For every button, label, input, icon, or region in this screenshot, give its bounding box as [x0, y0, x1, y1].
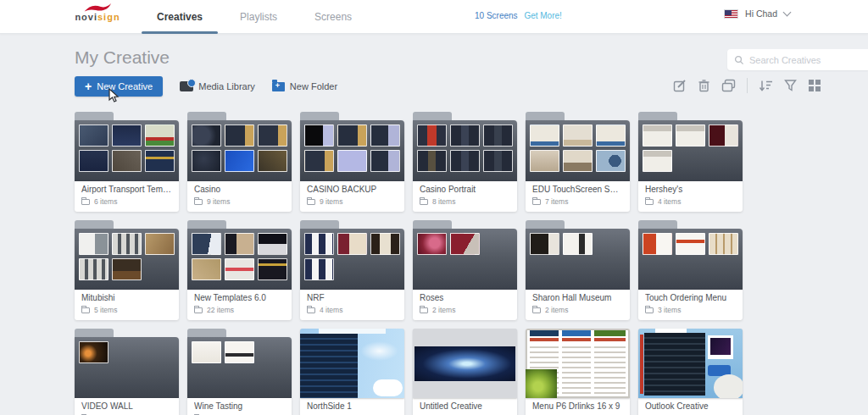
duplicate-icon[interactable] [721, 79, 736, 92]
folder-card[interactable]: Wine Tasting2 items [187, 329, 292, 415]
folder-preview [413, 229, 517, 290]
folder-card[interactable]: EDU TouchScreen Sabih7 items [526, 112, 630, 212]
creative-toolbar [673, 78, 821, 93]
card-footer: Hershey's4 items [638, 181, 743, 212]
folder-card[interactable]: New Templates 6.022 items [187, 220, 292, 320]
card-name: Touch Ordering Menu [645, 293, 736, 302]
thumbnail [145, 233, 175, 255]
thumbnail [530, 233, 559, 255]
folder-tab [526, 220, 565, 229]
tab-screens[interactable]: Screens [296, 0, 370, 34]
folder-icon [420, 307, 428, 313]
get-more-link[interactable]: Get More! [524, 11, 561, 20]
folder-tab [75, 220, 114, 229]
folder-tab [187, 112, 226, 120]
card-footer: NorthSide 116 : 9Mar 26 [300, 398, 404, 415]
folder-card[interactable]: Touch Ordering Menu3 items [638, 220, 743, 320]
thumbnail [530, 125, 559, 147]
thumbnail [643, 233, 672, 255]
folder-card[interactable]: NRF4 items [300, 220, 404, 320]
edit-icon[interactable] [673, 79, 687, 92]
folder-icon [307, 199, 315, 205]
card-footer: Menu P6 Drlinks 16 x 916 : 9Mar 1 [526, 398, 630, 415]
thumbnail [225, 341, 254, 363]
creative-card[interactable]: Outlook Creative4 : 3Feb 18 [638, 329, 743, 415]
logo-text: novisign [72, 12, 123, 22]
preview-layer [530, 338, 559, 341]
folder-preview [187, 229, 292, 290]
card-footer: Outlook Creative4 : 3Feb 18 [638, 398, 743, 415]
search-icon [734, 55, 744, 65]
novisign-logo[interactable]: novisign [72, 3, 123, 22]
folder-card[interactable]: Casino9 items [187, 112, 292, 212]
folder-tab [187, 329, 226, 337]
new-creative-button[interactable]: + New Creative [75, 76, 163, 97]
thumbnail [337, 150, 367, 172]
thumbnail [192, 125, 221, 147]
media-library-icon [180, 81, 193, 91]
folder-card[interactable]: VIDEO WALL1 items [75, 329, 179, 415]
creative-preview [413, 329, 517, 398]
creative-card[interactable]: NorthSide 116 : 9Mar 26 [300, 329, 404, 415]
creative-preview [526, 329, 630, 398]
thumbnail [225, 233, 254, 255]
sort-icon[interactable] [759, 79, 773, 92]
tab-creatives[interactable]: Creatives [138, 0, 221, 34]
folder-icon [645, 307, 654, 313]
card-name: New Templates 6.0 [194, 293, 285, 302]
thumbnail [563, 125, 593, 147]
creative-preview [638, 329, 743, 398]
folder-icon [532, 307, 541, 313]
folder-preview [300, 120, 404, 181]
thumbnail [112, 258, 142, 280]
thumbnail [145, 150, 175, 172]
folder-icon [194, 307, 203, 313]
thumbnail [225, 125, 254, 147]
folder-card[interactable]: Airport Transport Templates6 items [75, 112, 179, 212]
folder-tab [413, 112, 452, 120]
thumbnail [225, 150, 254, 172]
folder-tab [413, 220, 452, 229]
search-box[interactable] [727, 49, 868, 70]
thumbnail [304, 258, 334, 280]
search-input[interactable] [749, 55, 851, 65]
thumbnail [450, 150, 480, 172]
card-name: NRF [307, 293, 398, 302]
thumbnail [417, 150, 447, 172]
folder-preview [75, 229, 179, 290]
thumbnail [258, 258, 287, 280]
folder-card[interactable]: Casino Portrait8 items [413, 112, 517, 212]
card-name: Roses [420, 293, 510, 302]
card-name: Hershey's [645, 185, 736, 194]
delete-icon[interactable] [698, 79, 710, 92]
folder-preview [187, 337, 292, 398]
folder-preview [638, 120, 743, 181]
user-menu[interactable]: Hi Chad [724, 8, 790, 19]
item-count: 8 items [432, 197, 455, 206]
screens-info: 10 Screens Get More! [475, 11, 562, 20]
folder-card[interactable]: CASINO BACKUP9 items [300, 112, 404, 212]
item-count: 4 items [658, 197, 681, 206]
card-meta: 7 items [532, 197, 623, 206]
folder-card[interactable]: Roses2 items [413, 220, 517, 320]
folder-card[interactable]: Sharon Hall Museum2 items [526, 220, 630, 320]
thumbnail [79, 258, 108, 280]
item-count: 6 items [94, 197, 117, 206]
tab-playlists[interactable]: Playlists [221, 0, 296, 34]
grid-view-icon[interactable] [808, 79, 821, 92]
card-meta: 2 items [420, 306, 510, 314]
card-meta: 4 items [645, 197, 736, 206]
folder-card[interactable]: Mitubishi5 items [75, 220, 179, 320]
folder-card[interactable]: Hershey's4 items [638, 112, 743, 212]
thumbnail [79, 341, 108, 363]
new-folder-button[interactable]: New Folder [272, 81, 337, 91]
creative-card[interactable]: Untitled Creative32 : 9Mar 1 [413, 329, 517, 415]
creative-card[interactable]: Menu P6 Drlinks 16 x 916 : 9Mar 1 [526, 329, 630, 415]
folder-icon [645, 199, 654, 205]
preview-layer [562, 338, 591, 341]
user-name: Hi Chad [745, 8, 777, 19]
media-library-button[interactable]: Media Library [180, 81, 255, 91]
preview-layer [644, 333, 704, 396]
thumbnail [563, 233, 593, 255]
filter-icon[interactable] [784, 79, 797, 92]
